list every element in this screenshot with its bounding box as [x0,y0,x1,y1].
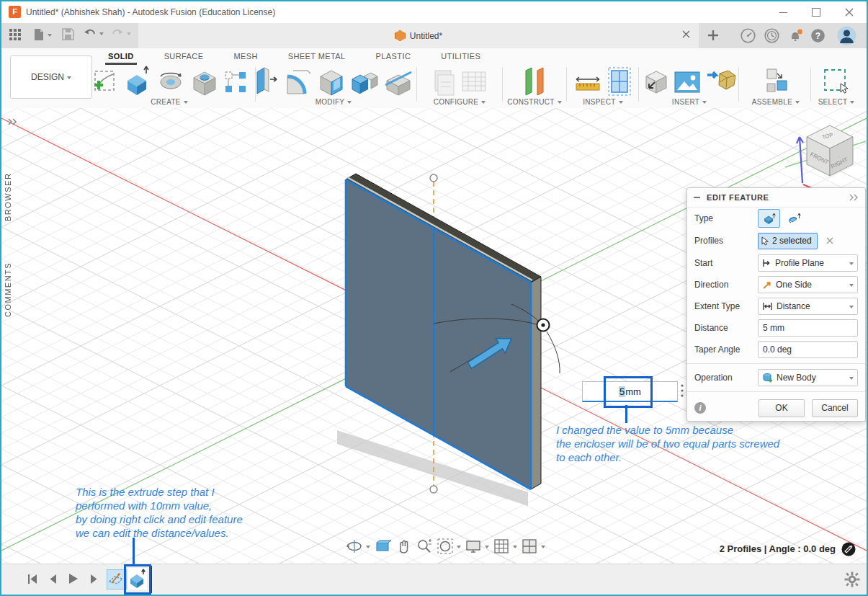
maximize-button[interactable] [804,4,828,20]
sketch-point-handle-bottom[interactable] [430,486,437,493]
combine-icon[interactable] [349,68,380,97]
group-assemble-label[interactable]: ASSEMBLE [752,98,792,106]
derive-icon[interactable] [640,66,669,97]
group-modify-label[interactable]: MODIFY [316,98,345,106]
type-one-side-button[interactable] [758,209,780,228]
step-forward-icon[interactable] [89,574,99,584]
tab-surface[interactable]: SURFACE [154,50,214,65]
fit-button[interactable] [437,538,461,555]
shell-icon[interactable] [316,66,346,97]
pan-button[interactable] [395,538,412,555]
fillet-icon[interactable] [283,66,313,97]
split-body-icon[interactable] [382,69,414,97]
document-tab[interactable]: Untitled* [138,23,699,48]
canvas-icon[interactable] [672,68,702,97]
clear-selection-icon[interactable] [826,237,833,244]
help-button[interactable]: ? [810,28,826,43]
insert-mesh-icon[interactable] [705,66,738,97]
app-grid-icon[interactable] [9,28,22,41]
extrude-icon[interactable] [122,65,152,97]
extent-type-value: Distance [777,301,810,311]
caret-down-icon [485,546,489,551]
start-label: Start [694,258,758,268]
new-component-icon[interactable] [761,66,790,97]
job-status-button[interactable] [764,28,779,43]
step-back-icon[interactable] [48,574,58,584]
sidebar-tab-comments[interactable]: COMMENTS [4,241,12,317]
display-settings-button[interactable] [465,538,489,555]
caret-down-icon [481,101,486,106]
caret-down-icon [849,284,854,289]
skip-to-start-icon[interactable] [27,574,38,584]
info-icon[interactable]: i [694,402,706,414]
viewports-button[interactable] [521,538,545,555]
cancel-button[interactable]: Cancel [812,399,858,417]
hole-icon[interactable] [189,68,220,97]
dock-chevrons-icon[interactable] [849,194,859,201]
tab-sheet-metal[interactable]: SHEET METAL [278,50,356,65]
group-select-label[interactable]: SELECT [818,98,848,106]
caret-down-icon [457,546,461,551]
new-tab-button[interactable] [707,30,719,41]
close-button[interactable] [837,4,862,20]
extensions-button[interactable] [741,28,756,43]
revolve-icon[interactable] [155,68,187,97]
group-inspect-label[interactable]: INSPECT [583,98,615,106]
group-create-label[interactable]: CREATE [151,98,181,106]
select-box-icon[interactable] [821,66,851,97]
notifications-button[interactable] [788,28,803,43]
extent-type-dropdown[interactable]: Distance [758,298,858,315]
expand-panel-icon[interactable] [7,115,17,128]
configuration-icon[interactable] [431,68,457,97]
selection-status: 2 Profiles | Angle : 0.0 deg [679,543,836,554]
avatar[interactable] [837,26,856,45]
mark-menu-icon[interactable] [841,542,856,556]
settings-gear-icon[interactable] [844,571,860,587]
section-analysis-icon[interactable] [606,66,633,97]
save-button[interactable] [62,28,74,40]
grid-settings-button[interactable] [493,538,517,555]
redo-button[interactable] [111,28,131,39]
type-thin-extrude-button[interactable] [783,209,805,228]
group-construct-label[interactable]: CONSTRUCT [507,98,554,106]
file-menu-button[interactable] [33,28,52,41]
sidebar-tab-browser[interactable]: BROWSER [4,153,12,221]
tab-utilities[interactable]: UTILITIES [431,50,491,65]
dialog-header[interactable]: EDIT FEATURE [687,188,865,208]
profiles-selection-chip[interactable]: 2 selected [758,233,818,249]
operation-dropdown[interactable]: New Body [758,369,858,386]
sketch-point-handle-top[interactable] [430,174,437,182]
group-insert-label[interactable]: INSERT [672,98,699,106]
tab-mesh[interactable]: MESH [223,50,267,65]
play-icon[interactable] [68,573,79,584]
extrude-type-icon [762,212,777,225]
viewport-canvas[interactable]: 5.0 TOP FRONT RIGHT [1,108,867,564]
start-dropdown[interactable]: Profile Plane [758,254,858,272]
taper-angle-input[interactable]: 0.0 deg [758,341,858,358]
close-tab-button[interactable] [682,30,690,40]
look-at-button[interactable] [374,538,391,555]
annotation-line-value [625,405,627,423]
zoom-button[interactable] [416,538,433,555]
collapse-icon[interactable] [694,194,701,201]
construction-plane-icon[interactable] [519,65,550,97]
clock-icon [764,28,779,43]
caret-down-icon [849,262,854,267]
direction-dropdown[interactable]: One Side [758,276,858,293]
workspace-selector[interactable]: DESIGN [10,55,92,99]
rectangular-pattern-icon[interactable] [223,68,249,97]
distance-input[interactable]: 5 mm [758,319,858,337]
press-pull-icon[interactable] [253,65,280,97]
minimize-button[interactable] [771,4,795,20]
tab-plastic[interactable]: PLASTIC [366,50,421,65]
create-sketch-icon[interactable] [90,68,119,97]
orbit-button[interactable] [346,538,370,555]
configuration-table-icon[interactable] [460,68,488,97]
tab-solid[interactable]: SOLID [98,50,144,65]
undo-button[interactable] [84,28,104,39]
measure-icon[interactable] [573,68,603,97]
more-options-icon[interactable] [680,383,684,398]
caret-down-icon [48,34,52,39]
ok-button[interactable]: OK [759,399,805,417]
group-configure-label[interactable]: CONFIGURE [434,98,479,106]
